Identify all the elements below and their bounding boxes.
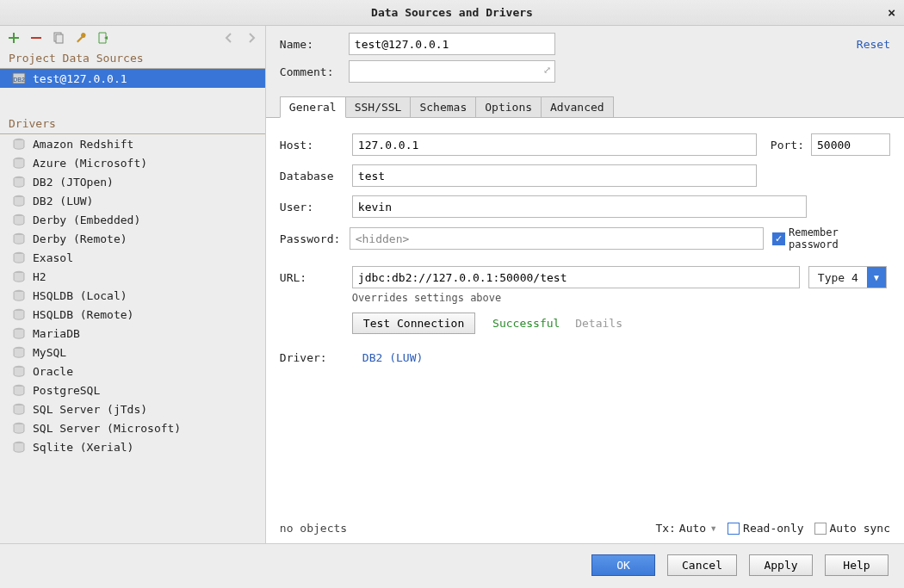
autosync-option[interactable]: Auto sync: [814, 522, 890, 535]
driver-icon: [12, 137, 26, 151]
driver-label: H2: [33, 270, 46, 283]
test-connection-button[interactable]: Test Connection: [352, 313, 475, 334]
driver-item[interactable]: Oracle: [0, 362, 265, 381]
driver-item[interactable]: DB2 (JTOpen): [0, 172, 265, 191]
driver-icon: [12, 364, 26, 378]
help-button[interactable]: Help: [825, 554, 889, 576]
tab-ssh-ssl[interactable]: SSH/SSL: [345, 96, 412, 118]
remove-icon[interactable]: [29, 31, 43, 45]
url-input[interactable]: [352, 266, 800, 288]
database-label: Database: [280, 170, 352, 183]
database-input[interactable]: [352, 164, 757, 187]
driver-icon: [12, 421, 26, 435]
remember-password[interactable]: ✓ Remember password: [772, 226, 890, 251]
expand-icon[interactable]: ⤢: [543, 65, 551, 76]
driver-item[interactable]: Amazon Redshift: [0, 134, 265, 153]
svg-text:DB2: DB2: [13, 77, 25, 83]
driver-item[interactable]: MySQL: [0, 343, 265, 362]
comment-input[interactable]: ⤢: [349, 60, 555, 83]
driver-item[interactable]: HSQLDB (Local): [0, 286, 265, 305]
host-label: Host:: [280, 139, 352, 152]
test-result: Successful: [492, 317, 560, 330]
driver-label: PostgreSQL: [33, 384, 100, 397]
svg-rect-2: [56, 34, 63, 43]
tx-label: Tx:: [655, 522, 675, 535]
driver-label: Oracle: [33, 365, 73, 378]
add-icon[interactable]: [7, 31, 21, 45]
driver-icon: [12, 194, 26, 207]
port-input[interactable]: [811, 133, 890, 156]
url-type-value: Type 4: [809, 271, 867, 284]
driver-item[interactable]: SQL Server (Microsoft): [0, 418, 265, 437]
chevron-down-icon: ▼: [709, 524, 717, 533]
cancel-button[interactable]: Cancel: [667, 554, 737, 576]
driver-item[interactable]: HSQLDB (Remote): [0, 305, 265, 324]
driver-label: DB2 (JTOpen): [33, 176, 114, 189]
tab-schemas[interactable]: Schemas: [410, 96, 476, 118]
password-input[interactable]: [350, 227, 765, 250]
readonly-option[interactable]: Read-only: [728, 522, 803, 535]
driver-item[interactable]: H2: [0, 267, 265, 286]
driver-item[interactable]: Derby (Remote): [0, 229, 265, 248]
driver-item[interactable]: Azure (Microsoft): [0, 153, 265, 172]
driver-item[interactable]: MariaDB: [0, 324, 265, 343]
driver-label: MariaDB: [33, 327, 80, 340]
apply-button[interactable]: Apply: [749, 554, 813, 576]
tab-options[interactable]: Options: [475, 96, 542, 118]
driver-label: Amazon Redshift: [33, 138, 133, 151]
driver-label: HSQLDB (Local): [33, 289, 127, 302]
driver-icon: [12, 307, 26, 321]
copy-icon[interactable]: [52, 31, 65, 45]
driver-icon: [12, 251, 26, 264]
tx-value: Auto: [679, 522, 706, 535]
details-link[interactable]: Details: [575, 317, 622, 330]
window-title: Data Sources and Drivers: [371, 6, 533, 19]
driver-label: Derby (Remote): [33, 232, 127, 245]
driver-label: SQL Server (Microsoft): [33, 422, 181, 435]
svg-rect-0: [31, 37, 41, 39]
driver-icon: [12, 383, 26, 397]
datasource-label: test@127.0.0.1: [33, 72, 127, 85]
driver-item[interactable]: Exasol: [0, 248, 265, 267]
driver-label: MySQL: [33, 346, 66, 359]
driver-item[interactable]: DB2 (LUW): [0, 191, 265, 210]
driver-item[interactable]: Sqlite (Xerial): [0, 437, 265, 456]
autosync-label: Auto sync: [830, 522, 890, 535]
url-label: URL:: [280, 271, 352, 284]
checkbox-checked-icon: ✓: [772, 232, 784, 245]
user-input[interactable]: [352, 195, 807, 218]
port-label: Port:: [771, 139, 804, 152]
import-icon[interactable]: [96, 31, 110, 45]
driver-icon: [12, 269, 26, 283]
drivers-list: Amazon RedshiftAzure (Microsoft)DB2 (JTO…: [0, 134, 265, 543]
password-label: Password:: [280, 232, 350, 245]
url-type-select[interactable]: Type 4 ▼: [808, 266, 887, 288]
sidebar-toolbar: [0, 26, 265, 48]
driver-label: SQL Server (jTds): [33, 403, 147, 416]
titlebar: Data Sources and Drivers ×: [0, 0, 904, 26]
driver-link[interactable]: DB2 (LUW): [362, 351, 423, 364]
driver-item[interactable]: Derby (Embedded): [0, 210, 265, 229]
comment-label: Comment:: [280, 65, 349, 78]
driver-icon: [12, 402, 26, 416]
driver-item[interactable]: PostgreSQL: [0, 381, 265, 399]
wrench-icon[interactable]: [74, 31, 88, 45]
close-icon[interactable]: ×: [888, 5, 895, 20]
tab-advanced[interactable]: Advanced: [541, 96, 614, 118]
no-objects-text: no objects: [280, 522, 347, 535]
driver-icon: [12, 440, 26, 454]
forward-icon[interactable]: [245, 31, 258, 45]
datasource-item[interactable]: DB2 test@127.0.0.1: [0, 69, 265, 88]
driver-icon: [12, 175, 26, 189]
driver-label: Derby (Embedded): [33, 214, 140, 226]
name-label: Name:: [280, 38, 349, 51]
name-input[interactable]: [349, 33, 555, 55]
readonly-label: Read-only: [743, 522, 803, 535]
tab-general[interactable]: General: [280, 96, 346, 118]
ok-button[interactable]: OK: [591, 554, 655, 576]
back-icon[interactable]: [222, 31, 236, 45]
host-input[interactable]: [352, 133, 757, 156]
driver-item[interactable]: SQL Server (jTds): [0, 399, 265, 418]
tx-mode[interactable]: Tx: Auto ▼: [655, 522, 717, 535]
reset-link[interactable]: Reset: [857, 38, 890, 51]
